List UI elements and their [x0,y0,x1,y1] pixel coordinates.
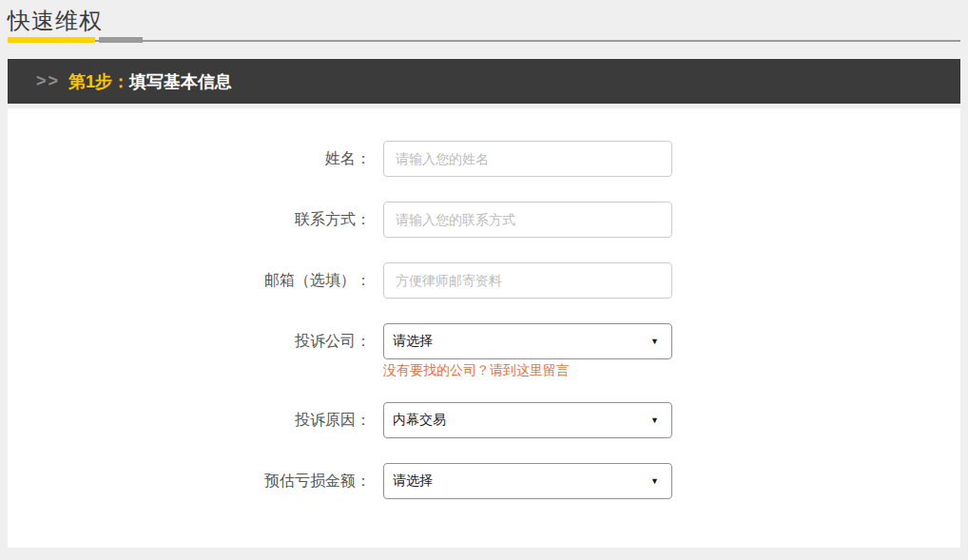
chevron-down-icon: ▼ [650,415,659,425]
title-rule [8,37,960,43]
page: 快速维权 >> 第1步： 填写基本信息 姓名： 联系方式： [8,0,960,548]
form-panel: 姓名： 联系方式： 邮箱（选填）： 投诉公司： 请选择 ▼ [8,108,960,548]
chevrons-icon: >> [36,71,60,91]
step-title: 填写基本信息 [129,70,232,93]
title-rule-gray-segment [99,37,143,43]
title-rule-yellow-segment [8,37,95,43]
step-label: 第1步： [68,70,129,93]
email-input[interactable] [383,262,672,299]
form-row-contact: 联系方式： [8,202,960,238]
chevron-down-icon: ▼ [650,476,659,486]
complaint-reason-label: 投诉原因： [8,402,383,438]
name-label: 姓名： [8,141,383,177]
form-row-estimated-loss: 预估亏损金额： 请选择 ▼ [8,463,960,499]
company-feedback-link[interactable]: 没有要找的公司？请到这里留言 [383,362,672,377]
complaint-company-label: 投诉公司： [8,323,383,359]
page-title: 快速维权 [8,7,960,35]
estimated-loss-label: 预估亏损金额： [8,463,383,499]
estimated-loss-select[interactable]: 请选择 ▼ [383,463,672,499]
form-row-name: 姓名： [8,141,960,177]
title-rule-line [8,40,960,42]
complaint-company-select[interactable]: 请选择 ▼ [383,323,672,359]
name-input[interactable] [383,141,672,177]
email-label: 邮箱（选填）： [8,262,383,299]
complaint-reason-select[interactable]: 内幕交易 ▼ [383,402,672,438]
contact-input[interactable] [383,202,672,238]
form-row-email: 邮箱（选填）： [8,262,960,299]
form-row-complaint-company: 投诉公司： 请选择 ▼ 没有要找的公司？请到这里留言 [8,323,960,377]
contact-label: 联系方式： [8,202,383,238]
page-header: 快速维权 [8,0,960,43]
step-bar: >> 第1步： 填写基本信息 [8,59,960,104]
estimated-loss-selected-value: 请选择 [393,473,433,490]
form-row-complaint-reason: 投诉原因： 内幕交易 ▼ [8,402,960,438]
complaint-reason-selected-value: 内幕交易 [393,412,446,429]
chevron-down-icon: ▼ [650,337,659,346]
complaint-company-selected-value: 请选择 [393,333,433,350]
